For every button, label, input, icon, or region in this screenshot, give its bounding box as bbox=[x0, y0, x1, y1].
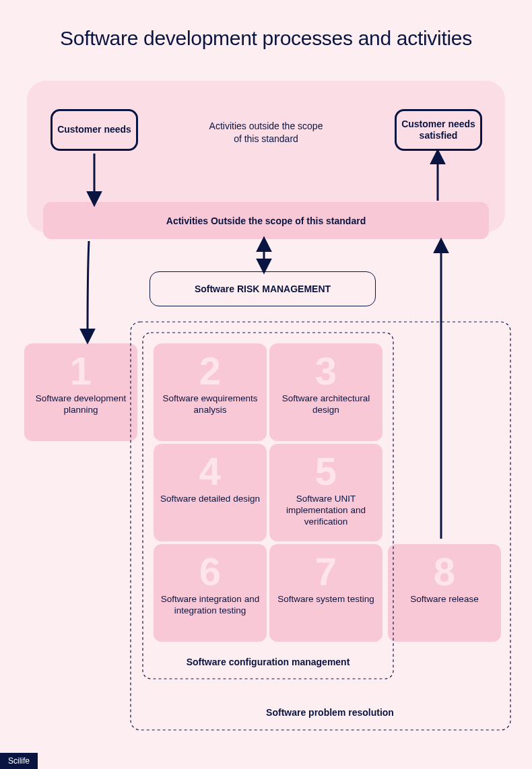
step-number: 7 bbox=[269, 552, 383, 591]
step-label: Software detailed design bbox=[154, 491, 267, 505]
step-3: 3 Software architectural design bbox=[269, 343, 383, 441]
outside-scope-band: Activities Outside the scope of this sta… bbox=[43, 202, 489, 239]
step-label: Software architectural design bbox=[269, 391, 383, 416]
step-number: 3 bbox=[269, 352, 383, 391]
step-label: Software release bbox=[388, 591, 501, 605]
step-label: Software UNIT implementation and verific… bbox=[269, 491, 383, 528]
step-label: Software integration and integration tes… bbox=[154, 591, 267, 617]
step-label: Software system testing bbox=[269, 591, 383, 605]
risk-management-box: Software RISK MANAGEMENT bbox=[149, 271, 376, 306]
step-2: 2 Software ewquirements analysis bbox=[154, 343, 267, 441]
step-4: 4 Software detailed design bbox=[154, 444, 267, 541]
step-7: 7 Software system testing bbox=[269, 544, 383, 642]
customer-needs-label: Customer needs bbox=[57, 124, 131, 136]
scope-note-line1: Activities outside the scope bbox=[209, 121, 323, 131]
config-mgmt-caption: Software configuration management bbox=[154, 657, 383, 667]
footer-brand: Scilife bbox=[0, 753, 38, 769]
diagram-root: Software development processes and activ… bbox=[0, 0, 532, 769]
step-5: 5 Software UNIT implementation and verif… bbox=[269, 444, 383, 541]
step-number: 1 bbox=[24, 352, 137, 391]
step-number: 5 bbox=[269, 452, 383, 491]
step-number: 8 bbox=[388, 552, 501, 591]
step-8: 8 Software release bbox=[388, 544, 501, 642]
risk-management-label: Software RISK MANAGEMENT bbox=[195, 283, 331, 294]
outside-scope-band-label: Activities Outside the scope of this sta… bbox=[166, 215, 366, 226]
customer-needs-satisfied-label: Customer needs satisfied bbox=[401, 119, 476, 142]
scope-note-line2: of this standard bbox=[234, 133, 298, 144]
step-label: Software development planning bbox=[24, 391, 137, 416]
step-number: 4 bbox=[154, 452, 267, 491]
customer-needs-box: Customer needs bbox=[51, 109, 138, 151]
step-number: 2 bbox=[154, 352, 267, 391]
arrow-band-to-step1 bbox=[88, 241, 89, 338]
step-1: 1 Software development planning bbox=[24, 343, 137, 441]
step-number: 6 bbox=[154, 552, 267, 591]
step-6: 6 Software integration and integration t… bbox=[154, 544, 267, 642]
step-label: Software ewquirements analysis bbox=[154, 391, 267, 416]
customer-needs-satisfied-box: Customer needs satisfied bbox=[395, 109, 482, 151]
page-title: Software development processes and activ… bbox=[0, 27, 532, 50]
footer-brand-label: Scilife bbox=[8, 756, 30, 766]
problem-resolution-caption: Software problem resolution bbox=[215, 707, 444, 718]
